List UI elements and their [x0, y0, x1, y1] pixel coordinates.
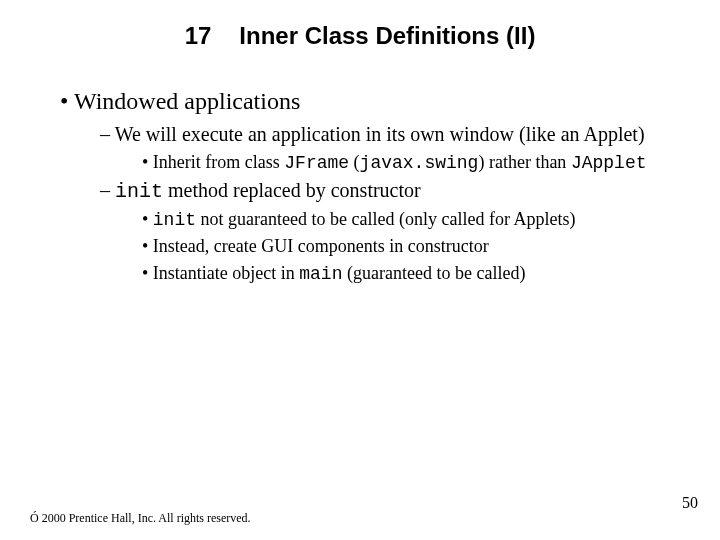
- bullet-text: We will execute an application in its ow…: [115, 123, 645, 145]
- bullet-text: Instantiate object in: [153, 263, 299, 283]
- bullet-lvl3: init not guaranteed to be called (only c…: [142, 209, 680, 230]
- bullet-text: Instead, create GUI components in constr…: [153, 236, 489, 256]
- code-text: main: [299, 264, 342, 284]
- bullet-text: Inherit from class: [153, 152, 284, 172]
- slide: 17Inner Class Definitions (II) Windowed …: [0, 0, 720, 540]
- bullet-text: ) rather than: [478, 152, 570, 172]
- title-text: Inner Class Definitions (II): [239, 22, 535, 49]
- code-text: JFrame: [284, 153, 349, 173]
- slide-body: Windowed applications We will execute an…: [60, 88, 680, 290]
- bullet-lvl2: We will execute an application in its ow…: [100, 123, 680, 146]
- chapter-number: 17: [185, 22, 212, 50]
- code-text: javax.swing: [360, 153, 479, 173]
- bullet-text: (: [349, 152, 360, 172]
- bullet-lvl3: Inherit from class JFrame (javax.swing) …: [142, 152, 680, 173]
- bullet-lvl2: init method replaced by constructor: [100, 179, 680, 203]
- bullet-lvl3: Instead, create GUI components in constr…: [142, 236, 680, 257]
- slide-title: 17Inner Class Definitions (II): [0, 22, 720, 50]
- bullet-text: (guaranteed to be called): [342, 263, 525, 283]
- code-text: init: [153, 210, 196, 230]
- page-number: 50: [682, 494, 698, 512]
- code-text: JApplet: [571, 153, 647, 173]
- bullet-text: not guaranteed to be called (only called…: [196, 209, 575, 229]
- bullet-text: method replaced by constructor: [163, 179, 421, 201]
- code-text: init: [115, 180, 163, 203]
- bullet-lvl1: Windowed applications: [60, 88, 680, 115]
- copyright-footer: Ó 2000 Prentice Hall, Inc. All rights re…: [30, 511, 251, 526]
- bullet-lvl3: Instantiate object in main (guaranteed t…: [142, 263, 680, 284]
- bullet-text: Windowed applications: [74, 88, 300, 114]
